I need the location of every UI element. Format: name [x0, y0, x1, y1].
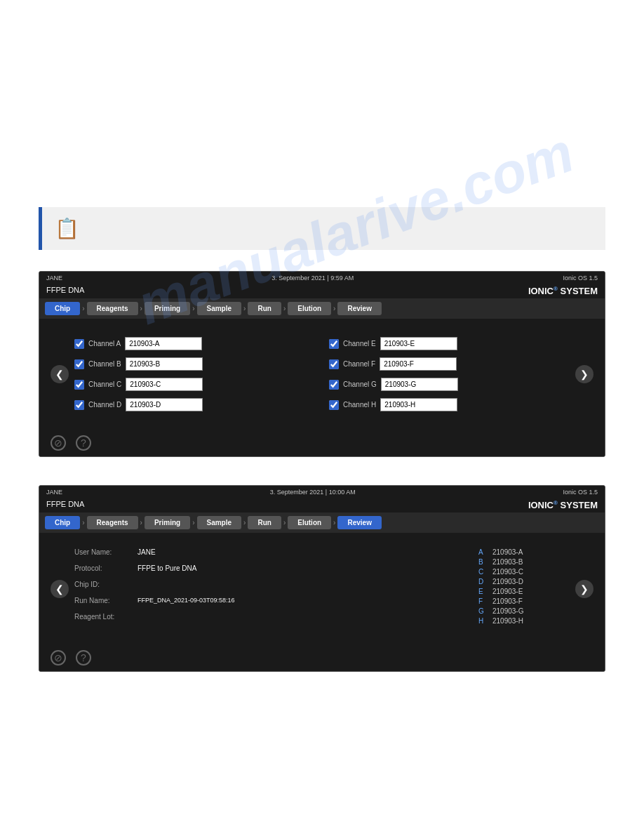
checkbox-h[interactable]: [329, 400, 339, 410]
brand-bar-1: FFPE DNA IONIC® SYSTEM: [39, 284, 605, 298]
tab-run-1[interactable]: Run: [248, 302, 281, 315]
channel-row-b: Channel B: [74, 357, 315, 371]
checkbox-d[interactable]: [74, 400, 84, 410]
checkbox-f[interactable]: [329, 359, 339, 369]
sample-letter-e: E: [478, 588, 487, 595]
review-right: A 210903-A B 210903-B C 210903-C: [478, 548, 570, 629]
sample-value-h: 210903-H: [492, 617, 523, 625]
tab-sample-1[interactable]: Sample: [197, 302, 242, 315]
version-label-2: Ionic OS 1.5: [563, 489, 598, 496]
channel-input-c[interactable]: [126, 378, 203, 391]
arrow-left-btn-1[interactable]: ❮: [51, 365, 69, 383]
channel-row-c: Channel C: [74, 378, 315, 391]
checkbox-g[interactable]: [329, 380, 339, 390]
channel-input-g[interactable]: [381, 378, 458, 391]
tab-elution-1[interactable]: Elution: [288, 302, 331, 315]
sample-value-c: 210903-C: [492, 568, 523, 576]
tab-run-2[interactable]: Run: [248, 516, 281, 529]
channel-input-b[interactable]: [126, 357, 203, 371]
channel-grid-1: Channel A Channel E Channel B: [74, 337, 570, 411]
arrow-right-btn-1[interactable]: ❯: [575, 365, 593, 383]
sample-item-g: G 210903-G: [478, 607, 570, 615]
protocol-label-1: FFPE DNA: [46, 286, 84, 294]
device-topbar-1: JANE 3. September 2021 | 9:59 AM Ionic O…: [39, 272, 605, 284]
user-label-1: JANE: [46, 274, 62, 282]
ionic-logo-2: IONIC® SYSTEM: [528, 500, 598, 510]
review-username-value: JANE: [137, 548, 156, 556]
checkbox-a[interactable]: [74, 339, 84, 349]
channel-input-f[interactable]: [380, 357, 457, 371]
sample-value-e: 210903-E: [492, 588, 523, 595]
header-bar: 📋: [39, 207, 605, 250]
channel-input-a[interactable]: [125, 337, 202, 350]
sample-item-f: F 210903-F: [478, 597, 570, 605]
tab-reagents-1[interactable]: Reagents: [87, 302, 138, 315]
channel-label-h: Channel H: [343, 401, 376, 409]
bottom-bar-1: ⊘ ?: [39, 430, 605, 456]
tab-elution-2[interactable]: Elution: [288, 516, 331, 529]
tab-chip-1[interactable]: Chip: [45, 302, 80, 315]
arrow-left-btn-2[interactable]: ❮: [51, 580, 69, 598]
review-runname-value: FFPE_DNA_2021-09-03T09:58:16: [137, 597, 235, 604]
sample-item-a: A 210903-A: [478, 548, 570, 556]
channel-row-g: Channel G: [329, 378, 570, 391]
user-label-2: JANE: [46, 489, 62, 496]
tab-review-1[interactable]: Review: [337, 302, 381, 315]
sample-item-c: C 210903-C: [478, 568, 570, 576]
cancel-icon-2[interactable]: ⊘: [51, 650, 66, 666]
tab-reagents-2[interactable]: Reagents: [87, 516, 138, 529]
sample-list: A 210903-A B 210903-B C 210903-C: [478, 548, 570, 625]
review-runname-label: Run Name:: [74, 597, 137, 604]
content-area-1: ❮ Channel A Channel E: [39, 319, 605, 430]
channel-input-d[interactable]: [126, 398, 203, 411]
sample-item-d: D 210903-D: [478, 578, 570, 585]
arrow-container-1: ❮ Channel A Channel E: [51, 337, 593, 411]
sample-item-e: E 210903-E: [478, 588, 570, 595]
tab-priming-2[interactable]: Priming: [145, 516, 190, 529]
clipboard-icon: 📋: [55, 217, 79, 240]
date-label-1: 3. September 2021 | 9:59 AM: [271, 274, 354, 282]
channel-row-f: Channel F: [329, 357, 570, 371]
review-protocol-value: FFPE to Pure DNA: [137, 564, 196, 572]
channel-label-g: Channel G: [343, 380, 377, 388]
tab-chip-2[interactable]: Chip: [45, 516, 80, 529]
channel-row-a: Channel A: [74, 337, 315, 350]
review-grid-wrapper: User Name: JANE Protocol: FFPE to Pure D…: [69, 548, 575, 629]
help-icon-2[interactable]: ?: [76, 650, 91, 666]
sample-letter-c: C: [478, 568, 487, 576]
checkbox-b[interactable]: [74, 359, 84, 369]
review-protocol-label: Protocol:: [74, 564, 137, 572]
screenshot-2: JANE 3. September 2021 | 10:00 AM Ionic …: [39, 485, 605, 672]
channel-label-d: Channel D: [88, 401, 121, 409]
channel-label-f: Channel F: [343, 360, 375, 368]
arrow-container-2: ❮ User Name: JANE Protocol: FFPE to Pure…: [51, 548, 593, 629]
version-label-1: Ionic OS 1.5: [563, 274, 598, 282]
arrow-right-btn-2[interactable]: ❯: [575, 580, 593, 598]
review-content-2: ❮ User Name: JANE Protocol: FFPE to Pure…: [39, 533, 605, 644]
device-topbar-2: JANE 3. September 2021 | 10:00 AM Ionic …: [39, 486, 605, 498]
channel-label-c: Channel C: [88, 380, 121, 388]
channel-label-e: Channel E: [343, 340, 376, 348]
tab-priming-1[interactable]: Priming: [145, 302, 190, 315]
tab-sample-2[interactable]: Sample: [197, 516, 242, 529]
review-row-protocol: Protocol: FFPE to Pure DNA: [74, 564, 464, 572]
tab-review-2[interactable]: Review: [337, 516, 381, 529]
sample-letter-f: F: [478, 597, 487, 605]
checkbox-e[interactable]: [329, 339, 339, 349]
brand-bar-2: FFPE DNA IONIC® SYSTEM: [39, 498, 605, 512]
help-icon-1[interactable]: ?: [76, 435, 91, 451]
review-row-runname: Run Name: FFPE_DNA_2021-09-03T09:58:16: [74, 597, 464, 604]
sample-letter-b: B: [478, 558, 487, 566]
channel-row-e: Channel E: [329, 337, 570, 350]
review-chipid-label: Chip ID:: [74, 581, 137, 588]
channel-input-h[interactable]: [380, 398, 457, 411]
review-reagentlot-label: Reagent Lot:: [74, 613, 137, 621]
channel-input-e[interactable]: [380, 337, 457, 350]
cancel-icon-1[interactable]: ⊘: [51, 435, 66, 451]
date-label-2: 3. September 2021 | 10:00 AM: [270, 489, 356, 496]
sample-letter-a: A: [478, 548, 487, 556]
checkbox-c[interactable]: [74, 380, 84, 390]
sample-value-g: 210903-G: [492, 607, 523, 615]
review-row-username: User Name: JANE: [74, 548, 464, 556]
channel-row-d: Channel D: [74, 398, 315, 411]
